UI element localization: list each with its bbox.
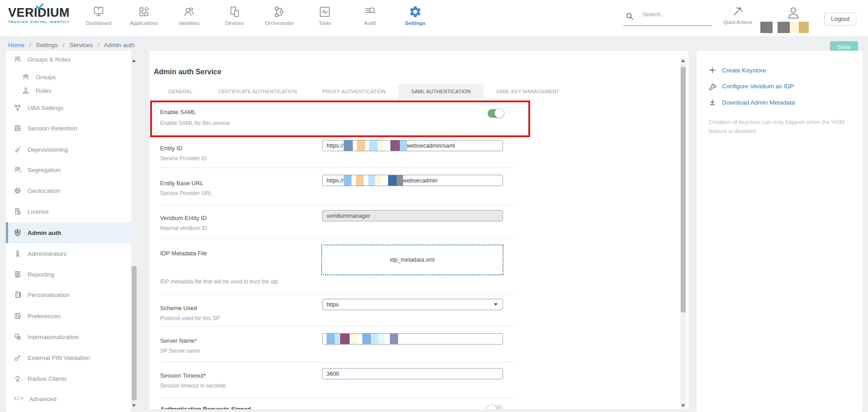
breadcrumb-home[interactable]: Home [8, 42, 24, 48]
translate-icon [14, 333, 22, 341]
keystore-note: Creation of keystore can only happen whe… [709, 118, 850, 136]
user-avatar-icon[interactable] [786, 5, 801, 21]
scheme-used-value: https [327, 302, 339, 308]
sidebar-item-label: Administrators [28, 250, 66, 257]
nav-item-devices[interactable]: Devices [212, 4, 257, 26]
document-lock-icon [14, 207, 22, 216]
tab-proxy-authentication[interactable]: PROXY AUTHENTICATION [309, 84, 398, 99]
scroll-down-arrow-icon[interactable] [132, 404, 136, 407]
search-input[interactable] [642, 11, 710, 18]
sidebar-item-label: Advanced [29, 396, 57, 402]
sidebar-item-label: Geolocation [28, 187, 60, 194]
breadcrumb-separator: / [63, 42, 65, 48]
sidebar-item-internationalization[interactable]: Internationalization [6, 330, 131, 344]
breadcrumb-settings[interactable]: Settings [36, 42, 58, 48]
entity-id-value-prefix: https:// [327, 143, 344, 149]
sidebar-item-label: Personalisation [28, 292, 69, 298]
session-timeout-sublabel: Session timeout in seconds [160, 383, 226, 389]
tab-saml-key-management[interactable]: SAML KEY MANAGEMENT [484, 84, 572, 99]
scheme-used-select[interactable]: https [322, 299, 503, 310]
scroll-up-arrow-icon[interactable] [681, 59, 685, 62]
page-title: Admin auth Service [154, 68, 221, 76]
gear-icon [393, 4, 438, 19]
logo-checkmark-icon [36, 4, 43, 10]
sidebar-item-label: Roles [36, 87, 52, 94]
veridium-logo: VERIDIUM TRUSTED DIGITAL IDENTITY [8, 6, 76, 24]
server-name-input[interactable] [322, 333, 503, 345]
create-keystore-link[interactable]: Create Keystore [709, 67, 766, 74]
book-pen-icon [14, 291, 22, 299]
row-divider [160, 205, 514, 205]
nav-item-dashboard[interactable]: Dashboard [76, 4, 121, 26]
sidebar-item-geolocation[interactable]: Geolocation [6, 184, 131, 197]
nav-item-orchestrator[interactable]: Orchestrator [257, 4, 302, 26]
sidebar-scrollbar-thumb[interactable] [132, 266, 137, 400]
sidebar-item-external-pin-validation[interactable]: External PIN Validation [6, 351, 131, 364]
document-lines-icon [14, 270, 22, 278]
sidebar-item-uba-settings[interactable]: UBA Settings [6, 101, 131, 115]
auth-requests-signed-toggle[interactable] [488, 405, 503, 409]
person-lock-icon [14, 249, 22, 258]
download-admin-metadata-link[interactable]: Download Admin Metadata [709, 99, 795, 106]
tab-certificate-authentication[interactable]: CERTIFICATE AUTHENTICATION [205, 84, 310, 99]
quick-actions-button[interactable]: Quick Actions [723, 5, 753, 25]
admin-auth-service-panel: Admin auth Service GENERAL CERTIFICATE A… [149, 51, 688, 409]
sidebar-item-roles[interactable]: Roles [6, 84, 131, 97]
idp-metadata-file-name: idp_metadata.xml [390, 257, 435, 263]
logout-button[interactable]: Logout [824, 13, 856, 25]
scheme-used-label: Scheme Used [160, 305, 197, 311]
nav-item-label: Identities [166, 20, 212, 26]
sidebar-item-license[interactable]: License [6, 205, 131, 218]
sidebar-item-radius-clients[interactable]: Radius Clients [6, 372, 131, 385]
session-timeout-input[interactable]: 3600 [322, 368, 503, 379]
list-search-icon [347, 4, 393, 19]
row-divider [160, 239, 514, 239]
redaction-squares-avatar [778, 22, 809, 33]
redaction-square [760, 22, 773, 33]
quick-actions-label: Quick Actions [723, 19, 753, 25]
idp-metadata-dropzone[interactable]: idp_metadata.xml [321, 244, 503, 275]
devices-icon [212, 4, 257, 19]
row-divider [160, 362, 514, 363]
scroll-up-arrow-icon[interactable] [132, 59, 136, 62]
nav-item-settings[interactable]: Settings [393, 4, 438, 26]
sidebar-item-personalisation[interactable]: Personalisation [6, 288, 131, 302]
download-admin-metadata-label: Download Admin Metadata [722, 99, 795, 106]
sidebar-item-administrators[interactable]: Administrators [6, 247, 131, 260]
main-scrollbar-thumb[interactable] [681, 67, 686, 312]
sidebar-item-groups[interactable]: Groups [6, 70, 131, 84]
roles-icon [22, 86, 30, 95]
code-icon: </> [14, 396, 24, 402]
tab-saml-authentication[interactable]: SAML AUTHENTICATION [398, 84, 484, 99]
nav-item-tools[interactable]: Tools [302, 4, 347, 26]
configure-veridium-as-idp-link[interactable]: Configure Veridium as IDP [709, 82, 794, 90]
sidebar-item-label: Radius Clients [28, 375, 67, 382]
nav-item-audit[interactable]: Audit [347, 4, 393, 26]
entity-id-input[interactable]: https:// websecadmin/saml [322, 140, 503, 151]
scroll-down-arrow-icon[interactable] [681, 404, 685, 407]
shield-lock-icon [14, 229, 22, 237]
row-divider [160, 168, 514, 168]
sidebar-item-session-retention[interactable]: Session Retention [6, 121, 131, 135]
breadcrumb-admin-auth: Admin auth [104, 42, 135, 48]
sidebar-item-groups-roles[interactable]: Groups & Roles [6, 53, 131, 66]
entity-base-url-input[interactable]: https:// websecadmin [322, 175, 503, 186]
nav-item-identities[interactable]: Identities [166, 4, 212, 26]
chevron-down-icon [494, 303, 498, 306]
server-name-redaction [327, 334, 398, 344]
sidebar-item-reporting[interactable]: Reporting [6, 268, 131, 281]
sidebar-item-preferences[interactable]: Preferences [6, 309, 131, 323]
primary-nav: Dashboard Applications Identities Device… [76, 4, 438, 26]
session-timeout-value: 3600 [327, 371, 339, 377]
breadcrumb-services[interactable]: Services [69, 42, 93, 48]
sidebar-item-segregation[interactable]: Segregation [6, 163, 131, 177]
nav-item-applications[interactable]: Applications [121, 4, 166, 26]
sidebar-item-deprovisioning[interactable]: Deprovisioning [6, 143, 131, 156]
sidebar-item-label: Segregation [28, 167, 61, 173]
sidebar-item-label: Groups & Roles [28, 56, 71, 63]
sidebar-item-advanced[interactable]: </> Advanced [6, 392, 131, 406]
sidebar-item-label: License [28, 208, 49, 215]
sidebar-item-admin-auth[interactable]: Admin auth [6, 222, 131, 243]
tab-general[interactable]: GENERAL [156, 84, 205, 99]
sidebar-item-label: Session Retention [28, 125, 77, 132]
